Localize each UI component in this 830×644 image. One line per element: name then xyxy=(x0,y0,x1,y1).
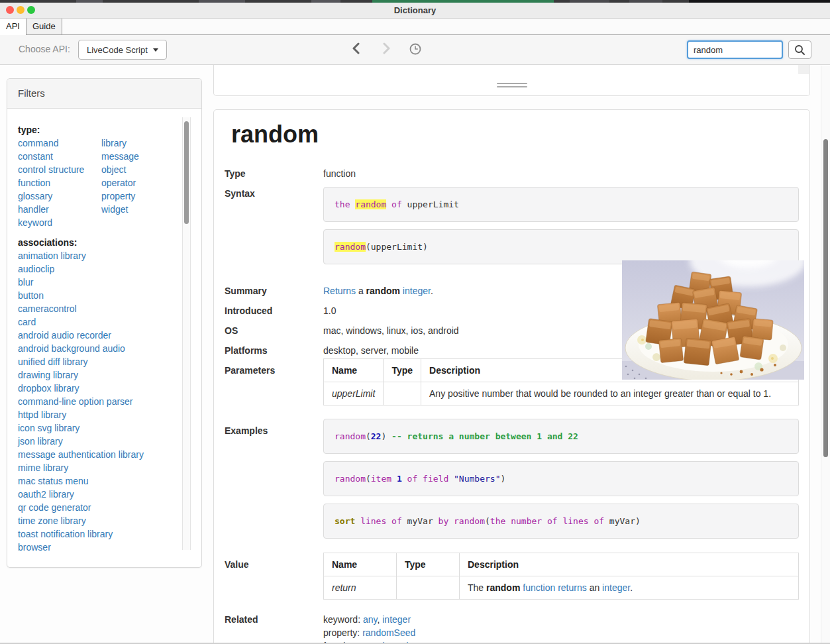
row-type: Type function xyxy=(225,167,799,180)
api-selector-dropdown[interactable]: LiveCode Script xyxy=(78,40,167,60)
filter-link[interactable]: dropbox library xyxy=(18,382,191,395)
filter-link[interactable]: audioclip xyxy=(18,262,191,276)
filter-link[interactable]: command-line option parser xyxy=(18,395,191,408)
filter-link[interactable]: blur xyxy=(18,276,191,289)
code-token: upperLimit xyxy=(402,199,459,209)
filter-link[interactable]: glossary xyxy=(18,189,101,203)
code-token: . xyxy=(630,582,633,593)
row-related: Related keyword: any, integer property: … xyxy=(225,613,799,644)
filter-link[interactable]: oauth2 library xyxy=(18,488,191,501)
param-name-cell: upperLimit xyxy=(324,382,384,405)
list-scroll-corner xyxy=(798,65,809,74)
code-token: of xyxy=(391,199,402,209)
code-token: by xyxy=(439,516,449,526)
label-examples: Examples xyxy=(225,419,323,539)
filter-link[interactable]: operator xyxy=(101,176,185,189)
main-area: Filters type: commandconstantcontrol str… xyxy=(0,66,830,644)
filters-scrollbar-track[interactable] xyxy=(182,117,191,550)
inline-link[interactable]: integer xyxy=(403,286,431,296)
close-button[interactable] xyxy=(6,6,14,14)
filter-link[interactable]: android background audio xyxy=(18,342,191,355)
forward-button[interactable] xyxy=(380,42,393,56)
filter-link[interactable]: handler xyxy=(18,203,101,216)
filter-link[interactable]: message authentication library xyxy=(18,448,191,461)
history-button[interactable] xyxy=(409,42,422,56)
minimize-button[interactable] xyxy=(17,6,25,14)
inline-link[interactable]: function returns xyxy=(523,582,587,593)
drag-handle[interactable] xyxy=(497,83,527,89)
window-titlebar: Dictionary xyxy=(0,3,830,19)
caret-down-icon xyxy=(153,48,158,52)
inline-link[interactable]: integer xyxy=(602,582,630,593)
code-token xyxy=(355,516,360,526)
filter-link[interactable]: toast notification library xyxy=(18,527,191,541)
filter-link[interactable]: android audio recorder xyxy=(18,329,191,342)
filter-link[interactable]: unified diff library xyxy=(18,355,191,368)
code-token: The xyxy=(468,582,486,593)
filter-link[interactable]: browser xyxy=(18,541,191,554)
code-token: random xyxy=(335,242,366,252)
syntax-code-block: random(upperLimit) xyxy=(323,229,799,264)
col-header-type: Type xyxy=(397,553,460,576)
filter-link[interactable]: icon svg library xyxy=(18,421,191,435)
code-token: random xyxy=(335,474,366,484)
code-token: ( xyxy=(485,516,490,526)
main-scrollbar-track[interactable] xyxy=(821,66,830,644)
label-parameters: Parameters xyxy=(225,358,323,405)
filter-link[interactable]: mime library xyxy=(18,461,191,474)
magnifier-icon xyxy=(794,44,805,56)
entry-title: random xyxy=(231,121,799,148)
tab-guide[interactable]: Guide xyxy=(26,19,62,34)
filter-link[interactable]: message xyxy=(101,150,185,163)
tab-api[interactable]: API xyxy=(0,19,26,34)
code-token: lines xyxy=(360,516,386,526)
filter-link[interactable]: function xyxy=(18,176,101,189)
filter-link[interactable]: keyword xyxy=(18,216,101,229)
filter-link[interactable]: time zone library xyxy=(18,514,191,527)
filter-link[interactable]: animation library xyxy=(18,249,191,262)
label-value: Value xyxy=(225,553,323,600)
label-platforms: Platforms xyxy=(225,344,323,357)
filter-link[interactable]: drawing library xyxy=(18,368,191,382)
chevron-right-icon xyxy=(381,42,391,54)
related-properties: property: randomSeed xyxy=(323,626,799,639)
filter-link[interactable]: qr code generator xyxy=(18,501,191,514)
inline-link[interactable]: integer xyxy=(382,614,411,625)
inline-link[interactable]: Returns xyxy=(323,286,356,296)
main-scrollbar-thumb[interactable] xyxy=(823,139,828,457)
filter-link[interactable]: widget xyxy=(101,203,185,216)
zoom-button[interactable] xyxy=(27,6,35,14)
filter-link[interactable]: command xyxy=(18,136,101,150)
search-input[interactable] xyxy=(687,40,783,59)
label-related: Related xyxy=(225,613,323,644)
filters-scrollbar-thumb[interactable] xyxy=(184,121,189,224)
inline-link[interactable]: any xyxy=(363,614,378,625)
filter-link[interactable]: library xyxy=(101,136,185,150)
code-token: random xyxy=(335,431,366,441)
toolbar: Choose API: LiveCode Script xyxy=(0,35,830,65)
filter-link[interactable]: control structure xyxy=(18,163,101,176)
filter-link[interactable]: object xyxy=(101,163,185,176)
filter-link[interactable]: mac status menu xyxy=(18,474,191,488)
filter-link[interactable]: property xyxy=(101,189,185,203)
row-examples: Examples random(22) -- returns a number … xyxy=(225,419,799,539)
filter-link[interactable]: card xyxy=(18,315,191,329)
filter-link[interactable]: cameracontrol xyxy=(18,302,191,315)
filter-link[interactable]: clock xyxy=(18,554,191,557)
filter-link[interactable]: json library xyxy=(18,435,191,448)
code-token: an xyxy=(587,582,602,593)
filter-link[interactable]: constant xyxy=(18,150,101,163)
search-button[interactable] xyxy=(788,40,811,59)
col-header-name: Name xyxy=(324,553,397,576)
code-token: the number of lines of xyxy=(490,516,604,526)
code-token: of xyxy=(391,516,402,526)
col-header-name: Name xyxy=(324,359,384,382)
filter-link[interactable]: button xyxy=(18,289,191,302)
filter-link[interactable]: httpd library xyxy=(18,408,191,421)
inline-link[interactable]: randomSeed xyxy=(362,627,415,638)
back-button[interactable] xyxy=(350,42,363,56)
value-name-cell: return xyxy=(324,576,397,600)
value-table: Name Type Description return The random … xyxy=(323,553,799,600)
filter-associations-label: associations: xyxy=(18,236,191,249)
filters-body: type: commandconstantcontrol structurefu… xyxy=(7,109,201,557)
